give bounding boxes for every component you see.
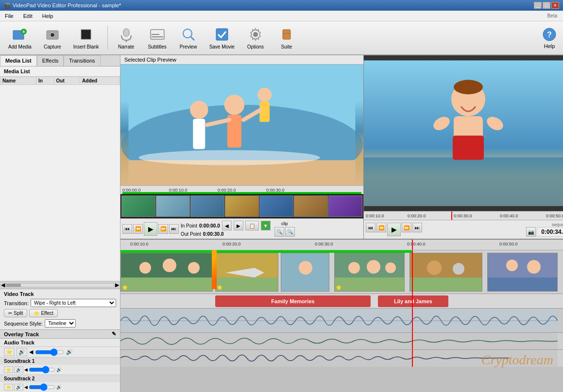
capture-label: Capture	[44, 44, 61, 49]
close-button[interactable]: ✕	[551, 2, 559, 9]
zoom-in-icon[interactable]: 🔍	[285, 227, 295, 237]
narrate-icon	[119, 27, 134, 42]
svg-rect-46	[216, 278, 278, 292]
svg-text:+: +	[22, 29, 25, 34]
s1-playhead	[412, 333, 413, 349]
menu-help[interactable]: Help	[39, 12, 56, 20]
clip4-svg	[335, 253, 405, 292]
capture-button[interactable]: Capture	[38, 24, 67, 52]
clip-ruler: 0:00:00.0 0:00:10.0 0:00:20.0 0:00:30.0	[120, 185, 363, 194]
in-point-next[interactable]: ▶	[234, 221, 243, 230]
s2-star-icon[interactable]: ⭐	[4, 384, 13, 391]
s2-speaker-icon[interactable]: 🔊	[14, 384, 23, 391]
help-button[interactable]: ? Help	[540, 25, 559, 51]
timeline-clip-4[interactable]: ⭐	[334, 253, 405, 292]
copy-button[interactable]: 📋	[245, 221, 259, 230]
right-arrow[interactable]: ▶	[115, 282, 119, 288]
timeline-clip-5[interactable]	[409, 253, 482, 292]
audio-right-arrow[interactable]: 🔊	[66, 349, 73, 355]
menu-file[interactable]: File	[2, 12, 17, 20]
s2-left-arrow[interactable]: ◀	[24, 385, 28, 390]
svg-point-57	[453, 263, 464, 275]
transition-select[interactable]: Wipe - Right to Left	[31, 299, 116, 307]
sequence-style-label: Sequence Style:	[4, 321, 43, 327]
left-scroll[interactable]: ◀ ▶	[0, 281, 120, 289]
step-back-button[interactable]: ⏪	[133, 224, 143, 234]
timeline-clip-6[interactable]	[487, 253, 558, 292]
sequence-style-select[interactable]: Timeline	[45, 319, 76, 327]
tab-transitions[interactable]: Transitions	[64, 55, 100, 66]
audio-speaker-icon[interactable]: 🔊	[17, 348, 27, 356]
s2-volume-slider[interactable]	[29, 383, 55, 391]
timeline-clip-1[interactable]: ⭐	[120, 253, 213, 292]
subtitles-button[interactable]: Subtitles	[143, 24, 172, 52]
scroll-track[interactable]	[6, 283, 114, 287]
svg-point-28	[257, 88, 272, 102]
overlay-track-title: Overlay Track	[4, 331, 39, 337]
audio-star-icon[interactable]: ⭐	[4, 348, 15, 356]
capture-icon	[45, 27, 60, 42]
s1-right-arrow[interactable]: 🔊	[56, 367, 62, 372]
s1-volume-slider[interactable]	[29, 366, 55, 374]
audio-volume-slider[interactable]	[35, 348, 64, 356]
ruler-20: 0:00:20.0	[222, 242, 241, 246]
svg-rect-14	[216, 29, 228, 40]
clip-preview-header: Selected Clip Preview	[120, 55, 363, 65]
zoom-out-icon[interactable]: 🔍	[274, 227, 284, 237]
titlebar-controls[interactable]: _ □ ✕	[534, 2, 559, 9]
seq-skip-back[interactable]: ⏮	[366, 223, 375, 232]
help-label: Help	[544, 43, 555, 49]
overlay-clip-1[interactable]: Family Memories	[215, 295, 371, 307]
s1-left-arrow[interactable]: ◀	[24, 367, 28, 372]
overlay-clip-1-label: Family Memories	[271, 298, 314, 304]
titlebar-left: 🎬 VideoPad Video Editor Professional - s…	[4, 2, 121, 9]
clip6-svg	[488, 253, 558, 292]
save-movie-button[interactable]: Save Movie	[205, 24, 239, 52]
seq-skip-forward[interactable]: ⏭	[412, 223, 422, 232]
overlay-track-edit-icon[interactable]: ✎	[112, 331, 116, 337]
seq-step-forward[interactable]: ⏩	[402, 223, 411, 232]
svg-rect-55	[410, 278, 482, 292]
skip-forward-button[interactable]: ⏭	[169, 224, 179, 234]
in-point-prev[interactable]: ◀	[222, 221, 232, 230]
options-button[interactable]: Options	[241, 24, 270, 52]
suite-button[interactable]: Suite	[272, 24, 301, 52]
maximize-button[interactable]: □	[543, 2, 550, 9]
col-name: Name	[0, 77, 36, 85]
svg-point-35	[454, 80, 483, 95]
tab-effects[interactable]: Effects	[37, 55, 64, 66]
skip-back-button[interactable]: ⏮	[122, 224, 132, 234]
audio-left-arrow[interactable]: ◀	[29, 349, 33, 355]
timeline-clip-2[interactable]: ⭐	[215, 253, 278, 292]
out-point-row: Out Point 0:00:30.0	[181, 231, 271, 237]
narrate-button[interactable]: Narrate	[112, 24, 141, 52]
tab-media-list[interactable]: Media List	[0, 55, 37, 66]
seq-step-back[interactable]: ⏪	[376, 223, 386, 232]
split-button[interactable]: ✂ Split	[4, 309, 27, 317]
left-arrow[interactable]: ◀	[1, 282, 5, 288]
effect-button[interactable]: ⭐ Effect	[29, 309, 57, 317]
s1-speaker-icon[interactable]: 🔊	[14, 366, 23, 373]
preview-button[interactable]: Preview	[174, 24, 203, 52]
insert-blank-button[interactable]: Insert Blank	[69, 24, 103, 52]
ruler-30: 0:00:30.0	[315, 242, 333, 246]
video-track-title: Video Track	[4, 291, 116, 297]
minimize-button[interactable]: _	[534, 2, 542, 9]
subtitles-icon	[150, 27, 165, 42]
menu-edit[interactable]: Edit	[20, 12, 35, 20]
svg-rect-41	[121, 278, 213, 292]
s1-star-icon[interactable]: ⭐	[4, 366, 13, 373]
seq-play[interactable]: ▶	[387, 223, 401, 236]
preview-label: Preview	[180, 44, 197, 49]
down-arrow-button[interactable]: ▼	[261, 221, 271, 230]
s2-right-arrow[interactable]: 🔊	[56, 385, 62, 390]
out-point-value: 0:00:30.0	[203, 231, 224, 237]
svg-line-13	[191, 37, 194, 40]
add-media-button[interactable]: + Add Media	[4, 24, 36, 52]
timeline-clip-3[interactable]	[281, 253, 329, 292]
play-button[interactable]: ▶	[144, 222, 157, 236]
step-forward-button[interactable]: ⏩	[158, 224, 168, 234]
scroll-thumb[interactable]	[6, 284, 21, 287]
overlay-clip-2[interactable]: Lily and James	[378, 295, 448, 307]
seq-snapshot[interactable]: 📷	[526, 227, 536, 237]
